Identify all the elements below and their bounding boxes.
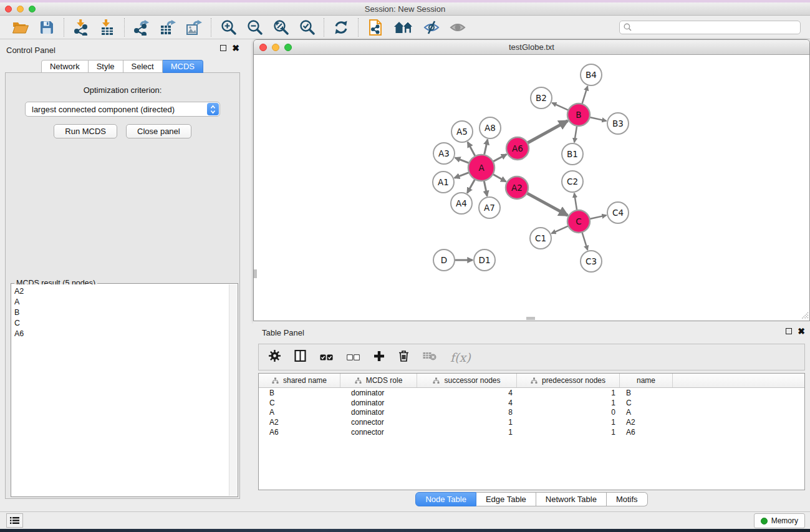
- graph-edge-C-C3[interactable]: [582, 231, 587, 250]
- result-item[interactable]: C: [12, 317, 229, 328]
- table-row[interactable]: Cdominator41C: [259, 398, 804, 408]
- graph-edge-A2-C[interactable]: [526, 193, 568, 215]
- create-column-button[interactable]: [374, 351, 385, 364]
- import-table-button[interactable]: [99, 18, 116, 37]
- import-table-icon: [100, 19, 115, 36]
- zoom-fit-button[interactable]: [272, 18, 289, 37]
- close-panel-icon[interactable]: ✖: [232, 45, 239, 51]
- function-builder-button[interactable]: f(x): [450, 351, 471, 364]
- tab-motifs[interactable]: Motifs: [607, 492, 648, 506]
- column-header-successor-nodes[interactable]: successor nodes: [417, 374, 517, 387]
- table-panel: Table Panel ✖: [253, 321, 810, 510]
- vertical-scrollbar-thumb[interactable]: [254, 269, 257, 278]
- network-zoom-button[interactable]: [284, 44, 292, 51]
- tab-mcds[interactable]: MCDS: [163, 60, 203, 73]
- zoom-out-button[interactable]: [246, 18, 263, 37]
- tab-network[interactable]: Network: [41, 60, 89, 73]
- close-panel-icon[interactable]: ✖: [798, 328, 805, 334]
- export-image-icon: [186, 19, 202, 36]
- export-image-button[interactable]: [185, 18, 203, 37]
- network-window-titlebar[interactable]: testGlobe.txt: [254, 40, 809, 55]
- show-all-networks-button[interactable]: [393, 18, 414, 37]
- result-item[interactable]: A2: [12, 286, 229, 297]
- horizontal-scrollbar-thumb[interactable]: [526, 317, 535, 320]
- table-row[interactable]: Adominator80A: [259, 408, 804, 418]
- delete-columns-button[interactable]: [398, 350, 409, 364]
- column-header-mcds-role[interactable]: MCDS role: [340, 374, 417, 387]
- hide-selected-button[interactable]: [423, 18, 440, 37]
- gear-icon: [269, 350, 281, 362]
- float-panel-icon[interactable]: [220, 45, 226, 51]
- result-item[interactable]: A6: [12, 328, 229, 339]
- table-row[interactable]: A6connector11A6: [259, 427, 804, 437]
- zoom-selected-button[interactable]: [298, 18, 316, 37]
- refresh-button[interactable]: [332, 18, 350, 37]
- result-scrollbar[interactable]: [229, 284, 237, 496]
- zoom-in-button[interactable]: [219, 18, 237, 37]
- save-session-button[interactable]: [38, 18, 55, 37]
- result-item[interactable]: B: [12, 307, 229, 318]
- table-row[interactable]: Bdominator41B: [259, 388, 804, 398]
- show-column-panel-button[interactable]: [294, 350, 306, 364]
- graph-edge-B-B1[interactable]: [574, 125, 577, 142]
- column-header-name[interactable]: name: [620, 374, 673, 387]
- open-network-file-button[interactable]: [367, 18, 384, 37]
- checked-boxes-icon: [320, 354, 333, 360]
- graph-edge-B-B2[interactable]: [552, 103, 569, 110]
- column-header-shared-name[interactable]: shared name: [259, 374, 340, 387]
- graph-edge-A-A8[interactable]: [484, 140, 488, 156]
- network-view-window: testGlobe.txt B4B2BB3A8A5A6A3B1AA1C2A2A4…: [253, 39, 810, 321]
- select-all-columns-button[interactable]: [320, 352, 333, 363]
- table-settings-button[interactable]: [269, 350, 281, 364]
- zoom-window-button[interactable]: [29, 6, 36, 12]
- quick-search-box[interactable]: [619, 21, 801, 34]
- resize-grip-icon[interactable]: [800, 311, 809, 319]
- graph-edge-A-A3[interactable]: [455, 158, 470, 163]
- column-header-predecessor-nodes[interactable]: predecessor nodes: [517, 374, 620, 387]
- float-panel-icon[interactable]: [786, 328, 792, 334]
- import-network-button[interactable]: [72, 18, 90, 37]
- graph-node-label: C1: [535, 233, 546, 243]
- unselect-all-columns-button[interactable]: [347, 352, 360, 363]
- graph-edge-A-A7[interactable]: [484, 180, 487, 196]
- search-icon: [624, 23, 632, 31]
- graph-edge-B-B4[interactable]: [582, 86, 587, 105]
- graph-node-label: D: [441, 255, 447, 265]
- graph-edge-A-A5[interactable]: [468, 142, 476, 157]
- result-item[interactable]: A: [12, 297, 229, 307]
- network-canvas[interactable]: B4B2BB3A8A5A6A3B1AA1C2A2A4A7C4CC1C3DD1: [254, 55, 809, 320]
- network-close-button[interactable]: [259, 44, 267, 51]
- graph-node-label: C2: [567, 177, 578, 186]
- graph-edge-C-C4[interactable]: [589, 215, 607, 219]
- delete-table-button[interactable]: [423, 351, 436, 363]
- graph-edge-A-A1[interactable]: [455, 172, 470, 178]
- network-minimize-button[interactable]: [272, 44, 279, 51]
- open-session-button[interactable]: [12, 18, 29, 37]
- memory-button[interactable]: Memory: [754, 513, 805, 528]
- minimize-window-button[interactable]: [17, 6, 24, 12]
- tab-node-table[interactable]: Node Table: [415, 492, 476, 506]
- export-table-button[interactable]: [159, 18, 176, 37]
- tab-edge-table[interactable]: Edge Table: [476, 492, 536, 506]
- graph-edge-C-C2[interactable]: [574, 193, 577, 211]
- tab-network-table[interactable]: Network Table: [536, 492, 607, 506]
- graph-edge-A-A2[interactable]: [492, 174, 506, 181]
- quick-search-input[interactable]: [635, 23, 796, 32]
- graph-edge-B-B3[interactable]: [589, 117, 607, 121]
- run-mcds-button[interactable]: Run MCDS: [54, 124, 117, 138]
- graph-edge-A-A6[interactable]: [493, 154, 507, 162]
- close-panel-button[interactable]: Close panel: [126, 124, 191, 138]
- graph-edge-A6-B[interactable]: [527, 121, 568, 143]
- graph-edge-A-A4[interactable]: [467, 178, 475, 193]
- task-history-button[interactable]: [6, 513, 23, 528]
- column-type-icon: [272, 377, 279, 384]
- tab-style[interactable]: Style: [89, 60, 123, 73]
- close-window-button[interactable]: [5, 6, 12, 12]
- optimization-criterion-select[interactable]: largest connected component (directed): [25, 102, 220, 117]
- show-selected-button[interactable]: [449, 18, 466, 37]
- graph-edge-C-C1[interactable]: [551, 226, 569, 233]
- export-network-button[interactable]: [133, 18, 150, 37]
- tab-select[interactable]: Select: [123, 60, 163, 73]
- control-panel-title: Control Panel: [6, 46, 55, 55]
- table-row[interactable]: A2connector11A2: [259, 417, 804, 427]
